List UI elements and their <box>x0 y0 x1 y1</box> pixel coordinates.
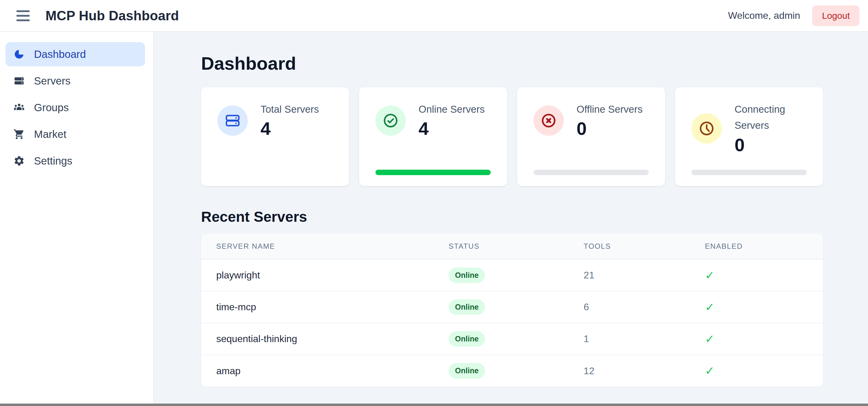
sidebar-item-servers[interactable]: Servers <box>5 69 145 93</box>
sidebar-item-label: Market <box>34 128 66 140</box>
header-left: MCP Hub Dashboard <box>13 6 179 26</box>
stat-label: Offline Servers <box>577 101 643 117</box>
stat-value: 0 <box>577 118 643 140</box>
server-name: playwright <box>201 259 448 291</box>
app-title: MCP Hub Dashboard <box>45 8 179 23</box>
table-row[interactable]: amap Online 12 ✓ <box>201 355 823 386</box>
clock-icon <box>691 113 722 144</box>
recent-servers-title: Recent Servers <box>201 208 823 225</box>
sidebar: Dashboard Servers <box>0 32 154 404</box>
status-badge: Online <box>448 363 485 378</box>
stat-card-offline-servers: Offline Servers 0 <box>517 87 665 186</box>
menu-icon <box>17 15 30 17</box>
sidebar-item-settings[interactable]: Settings <box>5 149 145 173</box>
gear-icon <box>13 155 25 167</box>
cart-icon <box>13 129 25 140</box>
stat-label: Online Servers <box>418 101 485 117</box>
pie-chart-icon <box>13 48 25 60</box>
table-header-row: SERVER NAME STATUS TOOLS ENABLED <box>201 234 823 259</box>
online-progress-bar <box>375 170 491 175</box>
stat-label: Connecting Servers <box>735 101 807 134</box>
column-header-status: STATUS <box>448 234 584 259</box>
app-root: MCP Hub Dashboard Welcome, admin Logout … <box>0 0 868 406</box>
sidebar-item-label: Groups <box>34 102 69 114</box>
table-row[interactable]: sequential-thinking Online 1 ✓ <box>201 323 823 355</box>
offline-progress-bar <box>533 170 649 175</box>
table-row[interactable]: playwright Online 21 ✓ <box>201 259 823 291</box>
header-right: Welcome, admin Logout <box>728 5 860 26</box>
page-title: Dashboard <box>201 53 823 74</box>
check-icon: ✓ <box>705 291 823 323</box>
sidebar-item-label: Servers <box>34 75 71 87</box>
stat-value: 4 <box>418 118 485 140</box>
column-header-enabled: ENABLED <box>705 234 823 259</box>
tools-count: 6 <box>584 291 705 323</box>
check-icon: ✓ <box>705 355 823 386</box>
logout-button[interactable]: Logout <box>812 5 860 26</box>
stat-value: 0 <box>735 134 807 156</box>
tools-count: 12 <box>584 355 705 386</box>
tools-count: 1 <box>584 323 705 355</box>
status-badge: Online <box>448 331 485 347</box>
app-header: MCP Hub Dashboard Welcome, admin Logout <box>0 0 868 32</box>
server-name: amap <box>201 355 448 386</box>
sidebar-item-market[interactable]: Market <box>5 122 145 146</box>
table-row[interactable]: time-mcp Online 6 ✓ <box>201 291 823 323</box>
x-circle-icon <box>533 105 564 136</box>
horizontal-scrollbar[interactable] <box>0 404 868 406</box>
column-header-tools: TOOLS <box>584 234 705 259</box>
sidebar-item-dashboard[interactable]: Dashboard <box>5 42 145 66</box>
server-name: time-mcp <box>201 291 448 323</box>
status-badge: Online <box>448 299 485 315</box>
server-name: sequential-thinking <box>201 323 448 355</box>
sidebar-item-label: Settings <box>34 155 72 167</box>
sidebar-nav: Dashboard Servers <box>0 42 153 173</box>
check-icon: ✓ <box>705 259 823 291</box>
column-header-server-name: SERVER NAME <box>201 234 448 259</box>
stat-card-online-servers: Online Servers 4 <box>359 87 507 186</box>
sidebar-item-label: Dashboard <box>34 48 86 60</box>
welcome-text: Welcome, admin <box>728 10 800 21</box>
main-content: Dashboard <box>154 32 868 404</box>
stat-card-connecting-servers: Connecting Servers 0 <box>675 87 823 186</box>
recent-servers-table: SERVER NAME STATUS TOOLS ENABLED playwri… <box>201 234 823 386</box>
server-icon <box>217 105 248 136</box>
recent-servers-table-card: SERVER NAME STATUS TOOLS ENABLED playwri… <box>201 234 823 386</box>
connecting-progress-bar <box>691 170 807 175</box>
stat-card-total-servers: Total Servers 4 <box>201 87 349 186</box>
body-row: Dashboard Servers <box>0 32 868 404</box>
stat-label: Total Servers <box>260 101 319 117</box>
menu-icon <box>17 10 30 12</box>
users-icon <box>13 102 25 113</box>
check-icon: ✓ <box>705 323 823 355</box>
sidebar-item-groups[interactable]: Groups <box>5 96 145 120</box>
stats-row: Total Servers 4 <box>201 87 823 186</box>
status-badge: Online <box>448 268 485 283</box>
tools-count: 21 <box>584 259 705 291</box>
stat-value: 4 <box>260 118 319 140</box>
server-stack-icon <box>13 75 25 87</box>
menu-icon <box>17 20 30 21</box>
check-circle-icon <box>375 105 406 136</box>
menu-button[interactable] <box>13 6 33 26</box>
